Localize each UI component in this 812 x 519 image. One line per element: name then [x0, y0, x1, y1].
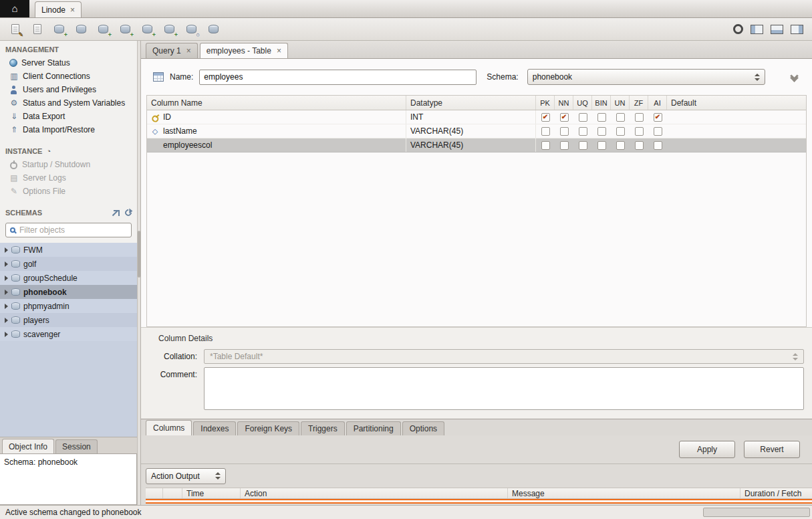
zf-checkbox[interactable] [635, 113, 644, 122]
sidebar-item-data-import[interactable]: ⇑Data Import/Restore [0, 123, 137, 136]
datatype-cell[interactable]: VARCHAR(45) [406, 138, 536, 152]
schema-item-players[interactable]: players [0, 313, 137, 327]
un-checkbox[interactable] [616, 127, 625, 136]
create-view-icon[interactable]: + [116, 21, 134, 38]
sidebar-item-client-connections[interactable]: ▥Client Connections [0, 70, 137, 83]
tab-session[interactable]: Session [55, 439, 98, 453]
schema-item-scavenger[interactable]: scavenger [0, 327, 137, 341]
default-cell[interactable] [667, 110, 806, 124]
expander-icon[interactable] [5, 332, 8, 337]
tab-employees-table[interactable]: employees - Table × [200, 43, 288, 58]
close-icon[interactable]: × [70, 5, 75, 15]
expander-icon[interactable] [5, 304, 8, 309]
expander-icon[interactable] [5, 247, 8, 253]
column-name-cell[interactable]: lastName [163, 126, 197, 136]
schema-item-fwm[interactable]: FWM [0, 243, 137, 257]
apply-button[interactable]: Apply [679, 441, 735, 458]
ai-checkbox[interactable] [654, 141, 662, 150]
grid-empty-area[interactable] [147, 152, 806, 326]
column-name-cell[interactable]: ID [163, 112, 171, 122]
create-function-icon[interactable]: + [160, 21, 178, 38]
sidebar-item-server-status[interactable]: Server Status [0, 56, 137, 70]
close-icon[interactable]: × [186, 46, 191, 56]
nn-checkbox[interactable]: ✔ [560, 113, 569, 122]
pk-checkbox[interactable] [541, 141, 550, 150]
tab-indexes[interactable]: Indexes [193, 421, 236, 435]
horizontal-scrollbar[interactable] [703, 508, 810, 517]
zf-checkbox[interactable] [635, 141, 644, 150]
nn-checkbox[interactable] [560, 141, 569, 150]
action-output-select[interactable]: Action Output [146, 468, 226, 484]
table-row[interactable]: ID INT ✔ ✔ ✔ [147, 110, 806, 124]
home-tab-button[interactable]: ⌂ [0, 0, 29, 17]
bin-checkbox[interactable] [597, 141, 606, 150]
tab-partitioning[interactable]: Partitioning [346, 421, 401, 435]
create-schema-icon[interactable]: + [50, 21, 68, 38]
default-cell[interactable] [667, 138, 806, 152]
search-table-data-icon[interactable]: ○ [182, 21, 200, 38]
expand-panel-icon[interactable] [114, 210, 120, 216]
tab-foreign-keys[interactable]: Foreign Keys [237, 421, 299, 435]
nn-checkbox[interactable] [560, 127, 569, 136]
expander-icon[interactable] [5, 290, 8, 295]
schema-item-groupschedule[interactable]: groupSchedule [0, 271, 137, 285]
sidebar-item-users-privileges[interactable]: Users and Privileges [0, 83, 137, 96]
tab-triggers[interactable]: Triggers [301, 421, 345, 435]
collapse-header-button[interactable] [791, 73, 797, 81]
reconnect-dbms-icon[interactable] [205, 21, 223, 38]
bin-checkbox[interactable] [597, 127, 606, 136]
expander-icon[interactable] [5, 318, 8, 323]
dump-schema-icon[interactable] [72, 21, 90, 38]
datatype-cell[interactable]: VARCHAR(45) [406, 124, 536, 138]
schema-item-phonebook[interactable]: phonebook [0, 285, 137, 299]
datatype-cell[interactable]: INT [406, 110, 536, 124]
tab-columns[interactable]: Columns [146, 420, 192, 435]
column-name-cell[interactable]: employeescol [163, 140, 212, 150]
create-procedure-icon[interactable]: + [138, 21, 156, 38]
schema-item-golf[interactable]: golf [0, 257, 137, 271]
schema-item-phpmyadmin[interactable]: phpmyadmin [0, 299, 137, 313]
sidebar-scrollbar[interactable] [137, 41, 141, 505]
collation-select[interactable]: *Table Default* [204, 349, 804, 364]
toggle-left-sidebar-icon[interactable] [751, 25, 763, 34]
pk-checkbox[interactable]: ✔ [541, 113, 550, 122]
bin-checkbox[interactable] [597, 113, 606, 122]
default-cell[interactable] [667, 124, 806, 138]
sidebar-item-data-export[interactable]: ⇓Data Export [0, 110, 137, 123]
toggle-bottom-output-icon[interactable] [771, 25, 783, 34]
un-checkbox[interactable] [616, 141, 625, 150]
sidebar-item-options-file[interactable]: ✎Options File [0, 185, 137, 198]
toggle-right-sidebar-icon[interactable] [791, 25, 803, 34]
expander-icon[interactable] [5, 276, 8, 281]
revert-button[interactable]: Revert [744, 441, 800, 458]
ai-checkbox[interactable] [654, 127, 662, 136]
pk-checkbox[interactable] [541, 127, 550, 136]
close-icon[interactable]: × [277, 46, 281, 56]
uq-checkbox[interactable] [579, 113, 587, 122]
tab-object-info[interactable]: Object Info [2, 439, 54, 453]
open-sql-script-icon[interactable] [28, 21, 46, 38]
uq-checkbox[interactable] [579, 127, 587, 136]
create-table-icon[interactable]: + [94, 21, 112, 38]
schema-select[interactable]: phonebook [527, 69, 765, 85]
scrollbar-thumb[interactable] [138, 231, 140, 278]
filter-objects-input[interactable] [19, 225, 127, 235]
tab-query-1[interactable]: Query 1 × [146, 43, 198, 58]
refresh-schemas-icon[interactable] [124, 208, 133, 217]
connection-tab[interactable]: Linode × [35, 1, 82, 17]
sidebar-item-startup-shutdown[interactable]: Startup / Shutdown [0, 158, 137, 171]
table-name-input[interactable] [199, 70, 477, 85]
uq-checkbox[interactable] [579, 141, 587, 150]
comment-textarea[interactable] [204, 367, 804, 410]
sidebar-item-status-system-variables[interactable]: ⚙Status and System Variables [0, 96, 137, 110]
table-row-selected[interactable]: employeescol VARCHAR(45) [147, 138, 806, 152]
table-row[interactable]: ◇lastName VARCHAR(45) [147, 124, 806, 138]
new-query-tab-icon[interactable]: ✎ [6, 21, 24, 38]
expander-icon[interactable] [5, 262, 8, 267]
un-checkbox[interactable] [616, 113, 625, 122]
zf-checkbox[interactable] [635, 127, 644, 136]
tab-options[interactable]: Options [402, 421, 444, 435]
sidebar-item-server-logs[interactable]: ▤Server Logs [0, 171, 137, 185]
ai-checkbox[interactable]: ✔ [654, 113, 662, 122]
dashboard-icon[interactable] [733, 24, 743, 34]
